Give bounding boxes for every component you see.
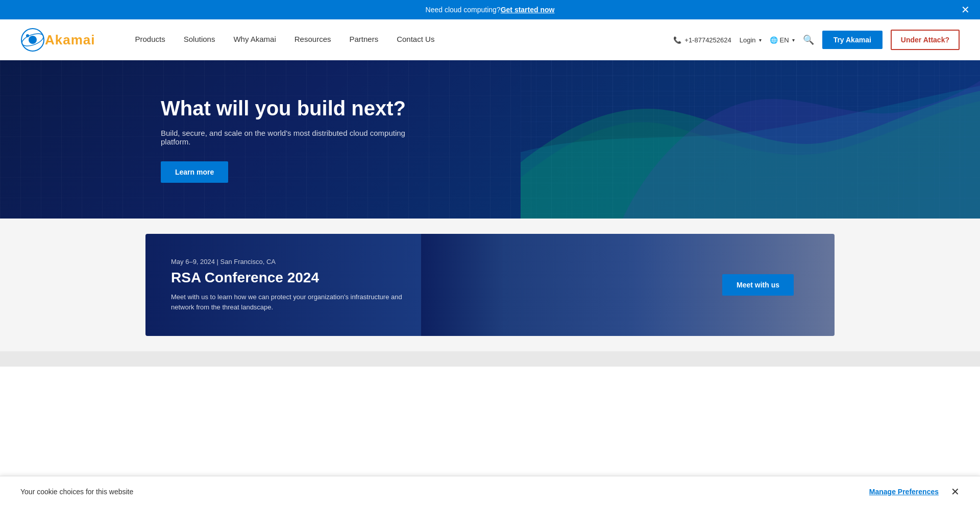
conference-cta: Meet with us	[722, 274, 835, 296]
nav-link-resources[interactable]: Resources	[285, 19, 340, 60]
hero-subtitle: Build, secure, and scale on the world's …	[161, 129, 426, 146]
nav-item-contact[interactable]: Contact Us	[387, 19, 444, 60]
lang-label: EN	[780, 36, 789, 44]
announcement-close-button[interactable]: ✕	[961, 5, 970, 15]
svg-point-3	[26, 34, 29, 37]
main-nav: Products Solutions Why Akamai Resources …	[126, 19, 444, 60]
language-selector[interactable]: 🌐 EN ▾	[770, 36, 795, 44]
globe-icon: 🌐	[770, 36, 778, 44]
login-chevron-icon: ▾	[759, 37, 762, 43]
hero-mesh-graphic	[521, 60, 980, 219]
nav-item-resources[interactable]: Resources	[285, 19, 340, 60]
logo-container[interactable]: Akamai	[20, 28, 95, 52]
conference-card: May 6–9, 2024 | San Francisco, CA RSA Co…	[145, 234, 835, 336]
conference-title: RSA Conference 2024	[171, 270, 697, 286]
nav-item-solutions[interactable]: Solutions	[175, 19, 225, 60]
announcement-bar: Need cloud computing? Get started now ✕	[0, 0, 980, 19]
announcement-link[interactable]: Get started now	[501, 6, 555, 14]
nav-link-why-akamai[interactable]: Why Akamai	[224, 19, 285, 60]
header-right: 📞 +1-8774252624 Login ▾ 🌐 EN ▾ 🔍 Try Aka…	[673, 30, 960, 50]
header: Akamai Products Solutions Why Akamai Res…	[0, 19, 980, 60]
nav-link-solutions[interactable]: Solutions	[175, 19, 225, 60]
login-label: Login	[740, 36, 756, 44]
phone-icon: 📞	[673, 36, 681, 44]
hero-content: What will you build next? Build, secure,…	[0, 96, 426, 183]
logo-text: Akamai	[45, 32, 95, 48]
search-button[interactable]: 🔍	[803, 34, 814, 45]
learn-more-button[interactable]: Learn more	[161, 161, 228, 183]
meet-with-us-button[interactable]: Meet with us	[722, 274, 794, 296]
nav-item-products[interactable]: Products	[126, 19, 175, 60]
under-attack-button[interactable]: Under Attack?	[891, 30, 960, 50]
bottom-divider	[0, 351, 980, 367]
svg-point-2	[29, 36, 37, 44]
login-button[interactable]: Login ▾	[740, 36, 762, 44]
nav-item-why-akamai[interactable]: Why Akamai	[224, 19, 285, 60]
nav-links: Products Solutions Why Akamai Resources …	[126, 19, 444, 60]
nav-link-contact[interactable]: Contact Us	[387, 19, 444, 60]
lang-chevron-icon: ▾	[792, 37, 795, 43]
announcement-text: Need cloud computing?	[426, 6, 501, 14]
conference-date: May 6–9, 2024 | San Francisco, CA	[171, 258, 697, 265]
phone-number: 📞 +1-8774252624	[673, 36, 731, 44]
try-akamai-button[interactable]: Try Akamai	[822, 31, 883, 49]
akamai-logo-icon	[20, 28, 45, 52]
conference-section: May 6–9, 2024 | San Francisco, CA RSA Co…	[0, 219, 980, 351]
conference-description: Meet with us to learn how we can protect…	[171, 292, 416, 312]
conference-content: May 6–9, 2024 | San Francisco, CA RSA Co…	[145, 258, 722, 312]
nav-link-partners[interactable]: Partners	[340, 19, 387, 60]
nav-item-partners[interactable]: Partners	[340, 19, 387, 60]
header-left: Akamai Products Solutions Why Akamai Res…	[20, 19, 444, 60]
hero-wave-svg	[521, 60, 980, 219]
phone-text: +1-8774252624	[684, 36, 731, 44]
hero-section: What will you build next? Build, secure,…	[0, 60, 980, 219]
nav-link-products[interactable]: Products	[126, 19, 175, 60]
hero-title: What will you build next?	[161, 96, 426, 120]
